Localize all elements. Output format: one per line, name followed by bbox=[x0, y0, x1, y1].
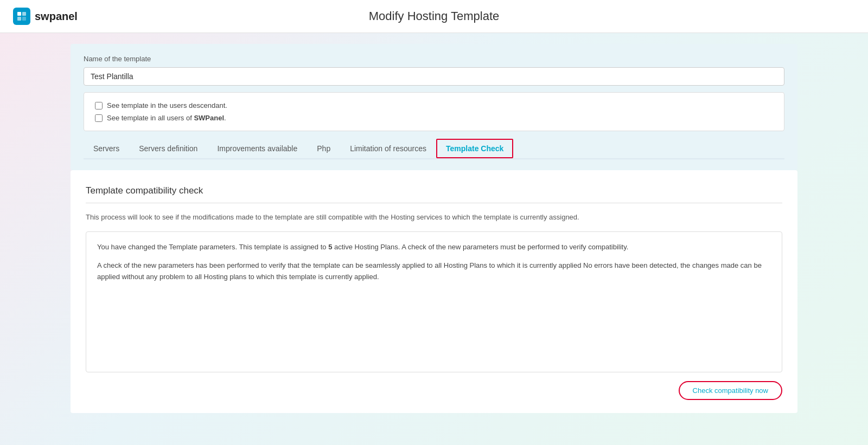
tab-php[interactable]: Php bbox=[307, 139, 340, 158]
info-box: You have changed the Template parameters… bbox=[86, 231, 782, 372]
tab-improvements[interactable]: Improvements available bbox=[207, 139, 307, 158]
logo-icon bbox=[13, 8, 30, 25]
logo-text: swpanel bbox=[35, 10, 78, 23]
template-name-input[interactable] bbox=[84, 67, 784, 86]
section-desc: This process will look to see if the mod… bbox=[86, 212, 782, 223]
checkbox-all-users[interactable] bbox=[95, 114, 103, 122]
main-content: Name of the template See template in the… bbox=[27, 44, 841, 429]
info-paragraph-1: You have changed the Template parameters… bbox=[97, 242, 771, 253]
check-compatibility-button[interactable]: Check compatibility now bbox=[679, 381, 782, 400]
checkbox1-label: See template in the users descendant. bbox=[107, 101, 227, 109]
logo: swpanel bbox=[13, 8, 78, 25]
checkboxes-section: See template in the users descendant. Se… bbox=[84, 92, 784, 131]
page-title: Modify Hosting Template bbox=[369, 9, 500, 23]
info-paragraph-2: A check of the new parameters has been p… bbox=[97, 260, 771, 283]
tab-servers[interactable]: Servers bbox=[84, 139, 129, 158]
checkbox-descendants[interactable] bbox=[95, 102, 103, 109]
checkbox-row-2: See template in all users of SWPanel. bbox=[95, 114, 773, 122]
check-btn-row: Check compatibility now bbox=[86, 381, 782, 400]
tab-template-check[interactable]: Template Check bbox=[436, 139, 513, 158]
tab-limitation[interactable]: Limitation of resources bbox=[340, 139, 436, 158]
svg-rect-0 bbox=[17, 12, 21, 16]
form-card: Name of the template See template in the… bbox=[71, 44, 797, 170]
footer-bar: ‹ Back to templates list Modify template bbox=[0, 440, 868, 446]
template-name-label: Name of the template bbox=[84, 55, 784, 63]
svg-rect-3 bbox=[22, 17, 26, 21]
section-title: Template compatibility check bbox=[86, 185, 782, 203]
tab-servers-definition[interactable]: Servers definition bbox=[129, 139, 207, 158]
checkbox2-label: See template in all users of SWPanel. bbox=[107, 114, 226, 122]
svg-rect-1 bbox=[22, 12, 26, 16]
checkbox-row-1: See template in the users descendant. bbox=[95, 101, 773, 109]
tabs-bar: Servers Servers definition Improvements … bbox=[84, 139, 784, 159]
svg-rect-2 bbox=[17, 17, 21, 21]
header: swpanel Modify Hosting Template bbox=[0, 0, 868, 33]
content-card: Template compatibility check This proces… bbox=[71, 170, 797, 413]
